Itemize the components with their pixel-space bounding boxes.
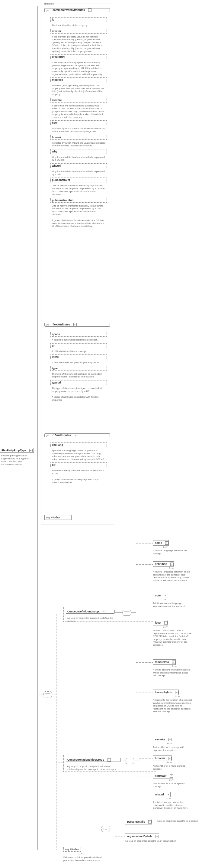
i18n-group-name: i18nAttributes bbox=[51, 433, 72, 437]
choice-icon: ⊤⊥ bbox=[101, 826, 110, 832]
attr-creator: creator bbox=[50, 29, 107, 34]
el-broader-desc: An identifier of a more generic concept. bbox=[153, 765, 192, 770]
el-hierarchy-box: hierarchyInfo+ bbox=[153, 689, 179, 695]
minus-icon: − bbox=[102, 610, 105, 613]
el-narrower-label: narrower bbox=[153, 773, 168, 778]
attr-uri-desc: A URI which identifies a concept. bbox=[50, 349, 107, 353]
el-orgdetails-desc: A group of properties specific to an org… bbox=[125, 840, 186, 843]
attr-custom-desc: If set to true the corresponding propert… bbox=[50, 104, 107, 120]
card: 0..∞ bbox=[175, 695, 180, 698]
card: 0..∞ bbox=[169, 778, 174, 781]
attr-pubconstrainturi: pubconstrainturi bbox=[50, 198, 107, 203]
plus-icon: + bbox=[164, 594, 167, 597]
minus-icon: − bbox=[73, 323, 77, 326]
el-related-desc: A related concept, where the relationshi… bbox=[153, 801, 192, 810]
attr-how-desc: Indicates by which means the value was e… bbox=[50, 126, 107, 133]
el-note-desc: Additional natural language information … bbox=[153, 602, 192, 608]
el-note-label: note bbox=[153, 593, 163, 598]
plus-icon: + bbox=[164, 621, 168, 624]
line bbox=[136, 623, 153, 624]
el-hierarchy-desc: Represents the position of a concept in … bbox=[153, 699, 192, 713]
line bbox=[37, 6, 41, 7]
el-definition-label: definition bbox=[153, 562, 169, 566]
group-prefix: grp bbox=[45, 434, 51, 437]
attr-why: why bbox=[50, 149, 107, 154]
attr-id-desc: The local identifier of the property. bbox=[50, 23, 107, 28]
el-narrower-desc: An identifier of a more specific concept… bbox=[153, 782, 192, 788]
attr-typeuri: typeuri bbox=[50, 380, 107, 385]
cpa-group-name: commonPowerAttributes bbox=[51, 8, 86, 12]
any-other-attr: any ##other bbox=[44, 515, 72, 520]
plus-icon: + bbox=[165, 541, 168, 545]
el-sameas-box: sameAs+ bbox=[153, 737, 172, 742]
line bbox=[139, 776, 153, 777]
line bbox=[136, 662, 153, 663]
attr-howuri-desc: Indicates by which means the value was e… bbox=[50, 141, 107, 148]
el-orgdetails-box: organisationDetails+ bbox=[125, 834, 159, 839]
line bbox=[34, 451, 37, 451]
plus-icon: + bbox=[170, 562, 174, 566]
cdg-desc: A group of properties required to define… bbox=[66, 616, 116, 623]
any-other-element: any ##other bbox=[63, 847, 81, 852]
flex-group-desc: A group of attributes associated with fl… bbox=[50, 395, 107, 402]
attr-dir-desc: The directionality of textual content (e… bbox=[50, 468, 107, 475]
sequence-icon: ··· bbox=[43, 691, 52, 698]
line bbox=[134, 761, 139, 761]
attr-dir: dir bbox=[50, 462, 107, 467]
attr-pubconstraint-desc: One or many constraints that apply to pu… bbox=[50, 184, 107, 196]
minus-icon: − bbox=[29, 449, 33, 452]
line bbox=[136, 564, 153, 565]
minus-icon: − bbox=[88, 8, 92, 12]
any-other-desc: Extension point for provider-defined pro… bbox=[63, 856, 112, 862]
el-related-label: related bbox=[153, 792, 166, 797]
el-name-box: name+ bbox=[153, 540, 169, 546]
sequence-icon: ··· bbox=[126, 758, 134, 764]
el-facet-desc: In NAR 1.8 and later, facet is deprecate… bbox=[153, 629, 192, 647]
attr-typeuri-desc: The type of the concept assigned as cont… bbox=[50, 386, 107, 393]
attr-type: type bbox=[50, 366, 107, 371]
attributes-container: attributes grp commonPowerAttributes − i… bbox=[41, 4, 114, 524]
attr-pubconstrainturi-desc: One or many constraints that apply to pu… bbox=[50, 204, 107, 217]
line bbox=[56, 614, 63, 615]
attr-xmllang-desc: Specifies the language of this property … bbox=[50, 448, 107, 461]
line bbox=[115, 613, 123, 613]
el-name-desc: A natural language name for the concept. bbox=[153, 549, 192, 555]
attr-xmllang: xml:lang bbox=[50, 442, 107, 447]
crg-desc: A group of properties required to indica… bbox=[66, 764, 123, 771]
line bbox=[139, 795, 153, 796]
card: 0..∞ bbox=[163, 546, 168, 548]
attr-whyuri: whyuri bbox=[50, 163, 107, 168]
schema-diagram: FlexPartyPropType − Flexible party (pers… bbox=[0, 0, 202, 868]
attr-howuri: howuri bbox=[50, 135, 107, 140]
attr-modified: modified bbox=[50, 78, 107, 82]
card: 0..∞ bbox=[167, 761, 172, 764]
crg-box: ConceptRelationshipsGroup − bbox=[66, 758, 121, 762]
el-definition-box: definition+ bbox=[153, 561, 174, 567]
root-type-desc: Flexible party (person or organisation) … bbox=[0, 454, 36, 466]
el-sameas-label: sameAs bbox=[153, 737, 167, 742]
card: 0..∞ bbox=[162, 598, 166, 601]
card: 0..∞ bbox=[166, 797, 171, 800]
attr-uri: uri bbox=[50, 343, 107, 348]
plus-icon: + bbox=[167, 793, 170, 796]
el-sameas-desc: An identifier of a concept with equivale… bbox=[153, 746, 192, 751]
cdg-name: ConceptDefinitionGroup bbox=[66, 610, 100, 614]
cdg-box: ConceptDefinitionGroup − bbox=[66, 610, 115, 614]
line bbox=[52, 694, 56, 695]
el-remoteinfo-desc: A link to an item or a web resource whic… bbox=[153, 669, 192, 677]
line bbox=[139, 737, 139, 797]
minus-icon: − bbox=[74, 434, 77, 437]
el-remoteinfo-label: remoteInfo bbox=[153, 660, 171, 664]
i18n-group-desc: A group of attributes for language and s… bbox=[50, 477, 107, 485]
plus-icon: + bbox=[156, 835, 159, 838]
attr-pubconstraint: pubconstraint bbox=[50, 178, 107, 182]
line bbox=[115, 837, 125, 837]
el-note-box: note+ bbox=[153, 593, 167, 598]
plus-icon: + bbox=[172, 660, 175, 664]
line bbox=[56, 762, 63, 763]
el-broader-label: broader bbox=[153, 756, 167, 761]
card: 0..∞ bbox=[167, 742, 172, 745]
attr-how: how bbox=[50, 120, 107, 125]
el-remoteinfo-box: remoteInfo+ bbox=[153, 659, 176, 665]
el-hierarchy-label: hierarchyInfo bbox=[153, 690, 174, 695]
